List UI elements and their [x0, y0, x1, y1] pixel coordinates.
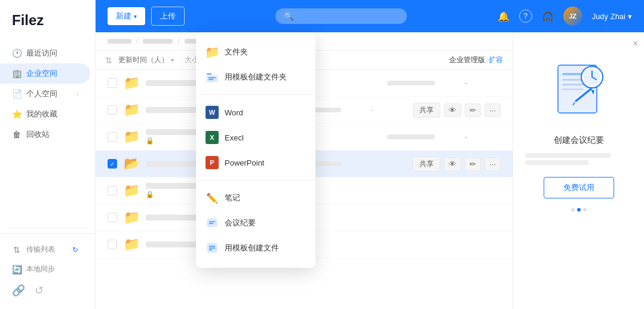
file-size: -: [371, 106, 407, 114]
row-checkbox[interactable]: [108, 78, 117, 88]
sort-chevron-icon: ▾: [171, 57, 174, 63]
sidebar-label-enterprise: 企业空间: [26, 68, 57, 79]
excel-icon: X: [206, 131, 219, 144]
menu-section-office: W Word X Execl P PowerPoint: [196, 97, 315, 178]
header-icons: 🔔 ? 🎧 JZ Judy Zhai ▾: [498, 7, 632, 26]
panel-content: 创建会议纪要 免费试用: [513, 32, 644, 224]
menu-note-label: 笔记: [225, 192, 240, 203]
menu-excel-label: Execl: [225, 133, 244, 142]
username[interactable]: Judy Zhai ▾: [592, 12, 632, 21]
menu-item-note[interactable]: ✏️ 笔记: [196, 185, 315, 210]
more-button[interactable]: ···: [484, 103, 501, 117]
sidebar-label-sync: 本地同步: [26, 264, 55, 274]
menu-item-template-file[interactable]: 用模板创建文件: [196, 235, 315, 261]
menu-item-powerpoint[interactable]: P PowerPoint: [196, 150, 315, 175]
row-checkbox[interactable]: [108, 105, 117, 115]
menu-item-folder[interactable]: 📁 文件夹: [196, 39, 315, 65]
panel-close-button[interactable]: ×: [633, 38, 638, 49]
help-icon[interactable]: ?: [519, 10, 532, 23]
sidebar-nav: 🕐 最近访问 🏢 企业空间 📄 个人空间 › ⭐ 我的收藏 🗑 回收站: [0, 43, 95, 223]
main-area: 新建 ▾ 上传 🔍 🔔 ? 🎧 JZ Judy Zhai ▾: [96, 0, 644, 309]
search-wrap: 🔍: [191, 8, 492, 24]
sort-icon: ⇅: [105, 56, 112, 65]
upload-button[interactable]: 上传: [151, 7, 185, 26]
enterprise-label: 企业管理版: [449, 55, 485, 65]
file-actions: 共享 👁 ✏ ···: [413, 157, 501, 172]
new-chevron-icon: ▾: [134, 13, 137, 20]
note-icon: ✏️: [206, 191, 219, 204]
app-logo: Filez: [0, 12, 95, 43]
meeting-icon: [206, 216, 219, 230]
more-button[interactable]: ···: [484, 157, 501, 171]
sidebar-item-enterprise[interactable]: 🏢 企业空间: [0, 63, 90, 84]
search-icon: 🔍: [284, 11, 294, 21]
menu-item-template-folder[interactable]: 用模板创建文件夹: [196, 65, 315, 90]
file-size: -: [465, 78, 501, 88]
refresh-icon[interactable]: ↺: [35, 284, 44, 297]
menu-item-excel[interactable]: X Execl: [196, 125, 315, 150]
row-checkbox[interactable]: [108, 186, 117, 195]
menu-divider-1: [196, 94, 315, 95]
svg-rect-13: [207, 75, 217, 82]
edit-button[interactable]: ✏: [465, 103, 481, 117]
view-button[interactable]: 👁: [444, 157, 461, 171]
menu-template-folder-label: 用模板创建文件夹: [225, 72, 287, 82]
svg-rect-12: [207, 74, 211, 75]
row-checkbox[interactable]: [108, 240, 117, 249]
panel-desc: [525, 153, 632, 165]
sidebar-item-favorites[interactable]: ⭐ 我的收藏: [0, 104, 90, 124]
breadcrumb-part2: [143, 39, 173, 44]
enterprise-icon: 🏢: [12, 69, 22, 78]
favorites-icon: ⭐: [12, 109, 22, 119]
sidebar-item-sync[interactable]: 🔄 本地同步: [0, 259, 90, 279]
file-actions: 共享 👁 ✏ ···: [413, 103, 501, 118]
header: 新建 ▾ 上传 🔍 🔔 ? 🎧 JZ Judy Zhai ▾: [96, 0, 644, 32]
folder-icon: 📁: [123, 182, 140, 199]
trial-button[interactable]: 免费试用: [544, 177, 614, 198]
desc-bar-1: [525, 153, 611, 158]
sidebar-item-transfer[interactable]: ⇅ 传输列表 ↻: [0, 240, 90, 259]
breadcrumb-sep1: /: [136, 37, 138, 45]
row-checkbox[interactable]: ✓: [108, 159, 117, 169]
share-button[interactable]: 共享: [413, 103, 440, 118]
trial-button-label: 免费试用: [563, 183, 594, 192]
lock-icon: 🔒: [146, 191, 154, 198]
file-date: [387, 81, 459, 85]
transfer-icon: ⇅: [12, 245, 22, 255]
new-button[interactable]: 新建 ▾: [108, 7, 145, 25]
view-button[interactable]: 👁: [444, 103, 461, 117]
row-checkbox[interactable]: [108, 213, 117, 222]
enterprise-info: 企业管理版 扩容: [449, 55, 503, 65]
dot-2[interactable]: [577, 208, 581, 212]
right-panel: ×: [513, 32, 644, 309]
sidebar-label-recent: 最近访问: [26, 48, 57, 59]
row-checkbox[interactable]: [108, 132, 117, 142]
expand-button[interactable]: 扩容: [489, 55, 503, 65]
username-chevron-icon: ▾: [628, 12, 632, 21]
sidebar-item-recent[interactable]: 🕐 最近访问: [0, 43, 90, 63]
transfer-spinner-icon: ↻: [72, 246, 78, 254]
bell-icon[interactable]: 🔔: [498, 11, 510, 22]
sort-label[interactable]: 更新时间（人） ▾: [118, 55, 174, 65]
panel-illustration: [543, 56, 615, 128]
headphone-icon[interactable]: 🎧: [542, 11, 554, 22]
breadcrumb-part1: [108, 39, 131, 44]
svg-rect-4: [562, 88, 583, 90]
folder-icon: 📁: [123, 75, 140, 91]
link-icon[interactable]: 🔗: [12, 284, 25, 297]
menu-ppt-label: PowerPoint: [225, 158, 264, 167]
dot-3[interactable]: [583, 208, 587, 212]
edit-button[interactable]: ✏: [465, 157, 481, 171]
sidebar: Filez 🕐 最近访问 🏢 企业空间 📄 个人空间 › ⭐ 我的收藏 🗑 回收…: [0, 0, 96, 309]
share-button[interactable]: 共享: [413, 157, 440, 172]
folder-menu-icon: 📁: [206, 45, 219, 59]
search-bar[interactable]: 🔍: [275, 8, 407, 24]
menu-item-meeting[interactable]: 会议纪要: [196, 210, 315, 235]
sidebar-item-trash[interactable]: 🗑 回收站: [0, 124, 90, 145]
dot-1[interactable]: [571, 208, 575, 212]
folder-icon: 📁: [123, 236, 140, 253]
menu-word-label: Word: [225, 108, 243, 117]
sidebar-item-personal[interactable]: 📄 个人空间 ›: [0, 84, 90, 104]
menu-section-notes: ✏️ 笔记 会议纪要: [196, 183, 315, 263]
menu-item-word[interactable]: W Word: [196, 100, 315, 125]
